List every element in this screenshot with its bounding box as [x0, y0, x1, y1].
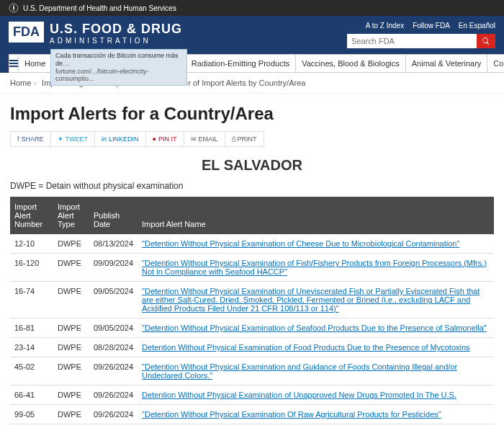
cell-date: 09/26/2024 — [89, 405, 138, 424]
country-heading: EL SALVADOR — [0, 157, 504, 174]
cell-number: 45-02 — [10, 357, 53, 385]
alert-link[interactable]: Detention Without Physical Examination o… — [138, 385, 494, 405]
nav-radiation[interactable]: Radiation-Emitting Products — [186, 54, 296, 73]
table-row: 99-05DWPE09/26/2024"Detention Without Ph… — [10, 405, 494, 424]
cell-date: 09/05/2024 — [89, 282, 138, 318]
hhs-top-bar: U.S. Department of Health and Human Serv… — [0, 0, 504, 16]
site-header: FDA U.S. FOOD & DRUG ADMINISTRATION A to… — [0, 16, 504, 54]
cell-number: 16-74 — [10, 282, 53, 318]
cell-date: 09/26/2024 — [89, 357, 138, 385]
link-follow[interactable]: Follow FDA — [413, 22, 450, 30]
facebook-icon: f — [17, 135, 19, 143]
table-row: 99-08DWPE09/26/2024"Detention without Ph… — [10, 424, 494, 429]
nav-vaccines[interactable]: Vaccines, Blood & Biologics — [296, 54, 406, 73]
table-row: 16-81DWPE09/05/2024"Detention Without Ph… — [10, 318, 494, 338]
email-icon: ✉ — [191, 135, 197, 143]
share-print[interactable]: ⎙PRINT — [225, 132, 264, 146]
share-bar: fSHARE ✦TWEET inLINKEDIN ●PIN IT ✉EMAIL … — [10, 131, 264, 147]
cell-number: 23-14 — [10, 338, 53, 357]
share-pinterest[interactable]: ●PIN IT — [146, 132, 184, 146]
alert-link[interactable]: "Detention Without Physical Examination … — [138, 254, 494, 282]
cell-date: 08/28/2024 — [89, 338, 138, 357]
link-az-index[interactable]: A to Z Index — [366, 22, 404, 30]
search-input[interactable] — [347, 34, 477, 48]
col-date: Publish Date — [89, 197, 138, 234]
cell-number: 99-05 — [10, 405, 53, 424]
table-row: 66-41DWPE09/26/2024Detention Without Phy… — [10, 385, 494, 405]
search-form — [347, 34, 495, 48]
top-utility-links: A to Z Index Follow FDA En Español — [347, 22, 495, 30]
cell-type: DWPE — [53, 234, 89, 254]
alert-link[interactable]: "Detention Without Physical Examination … — [138, 405, 494, 424]
alert-link[interactable]: "Detention Without Physical Examination … — [138, 282, 494, 318]
linkedin-icon: in — [102, 135, 107, 143]
cell-type: DWPE — [53, 357, 89, 385]
cell-type: DWPE — [53, 405, 89, 424]
alert-link[interactable]: Detention Without Physical Examination o… — [138, 338, 494, 357]
logo-line1: U.S. FOOD & DRUG — [50, 22, 182, 37]
cell-date: 08/13/2024 — [89, 234, 138, 254]
alert-link[interactable]: "Detention Without Physical Examination … — [138, 318, 494, 338]
nav-home[interactable]: Home — [19, 54, 52, 73]
table-row: 23-14DWPE08/28/2024Detention Without Phy… — [10, 338, 494, 357]
cell-type: DWPE — [53, 338, 89, 357]
cell-number: 99-08 — [10, 424, 53, 429]
cell-number: 16-81 — [10, 318, 53, 338]
print-icon: ⎙ — [232, 135, 235, 143]
alert-link[interactable]: "Detention Without Physical Examination … — [138, 357, 494, 385]
cell-type: DWPE — [53, 318, 89, 338]
nav-animal[interactable]: Animal & Veterinary — [406, 54, 488, 73]
cell-type: DWPE — [53, 254, 89, 282]
share-twitter[interactable]: ✦TWEET — [51, 132, 96, 146]
hhs-dept-text: U.S. Department of Health and Human Serv… — [23, 4, 176, 12]
logo-line2: ADMINISTRATION — [50, 37, 182, 45]
twitter-icon: ✦ — [58, 135, 63, 143]
cell-number: 66-41 — [10, 385, 53, 405]
alert-link[interactable]: "Detention Without Physical Examination … — [138, 234, 494, 254]
crumb-home[interactable]: Home — [10, 79, 31, 87]
table-row: 45-02DWPE09/26/2024"Detention Without Ph… — [10, 357, 494, 385]
hover-tooltip: Cada transacción de Bitcoin consume más … — [50, 49, 187, 86]
table-row: 16-74DWPE09/05/2024"Detention Without Ph… — [10, 282, 494, 318]
search-icon — [482, 37, 490, 45]
pinterest-icon: ● — [153, 135, 156, 143]
fda-logo-block[interactable]: FDA U.S. FOOD & DRUG ADMINISTRATION — [9, 22, 182, 45]
share-facebook[interactable]: fSHARE — [11, 132, 51, 146]
col-name: Import Alert Name — [138, 197, 494, 234]
table-row: 16-120DWPE09/09/2024"Detention Without P… — [10, 254, 494, 282]
cell-date: 09/09/2024 — [89, 254, 138, 282]
menu-toggle[interactable] — [9, 54, 19, 73]
page-title: Import Alerts for a Country/Area — [10, 104, 494, 124]
col-number: Import Alert Number — [10, 197, 53, 234]
cell-date: 09/26/2024 — [89, 385, 138, 405]
share-email[interactable]: ✉EMAIL — [184, 132, 225, 146]
nav-cosmetics[interactable]: Cosmetics — [487, 54, 504, 73]
hhs-seal-icon — [9, 3, 19, 13]
cell-date: 09/05/2024 — [89, 318, 138, 338]
cell-type: DWPE — [53, 385, 89, 405]
dwpe-note: DWPE = Detain without physical examinati… — [10, 181, 494, 191]
import-alerts-table: Import Alert Number Import Alert Type Pu… — [10, 197, 494, 428]
table-row: 12-10DWPE08/13/2024"Detention Without Ph… — [10, 234, 494, 254]
fda-logo-mark: FDA — [9, 22, 44, 43]
tooltip-url: fortune.com/.../bitcoin-electricity-cons… — [55, 68, 182, 84]
alert-link[interactable]: "Detention without Physical Examination … — [138, 424, 494, 429]
col-type: Import Alert Type — [53, 197, 89, 234]
cell-number: 16-120 — [10, 254, 53, 282]
cell-type: DWPE — [53, 424, 89, 429]
search-button[interactable] — [477, 34, 495, 48]
share-linkedin[interactable]: inLINKEDIN — [95, 132, 146, 146]
link-espanol[interactable]: En Español — [459, 22, 495, 30]
cell-date: 09/26/2024 — [89, 424, 138, 429]
tooltip-title: Cada transacción de Bitcoin consume más … — [55, 52, 182, 68]
cell-number: 12-10 — [10, 234, 53, 254]
cell-type: DWPE — [53, 282, 89, 318]
